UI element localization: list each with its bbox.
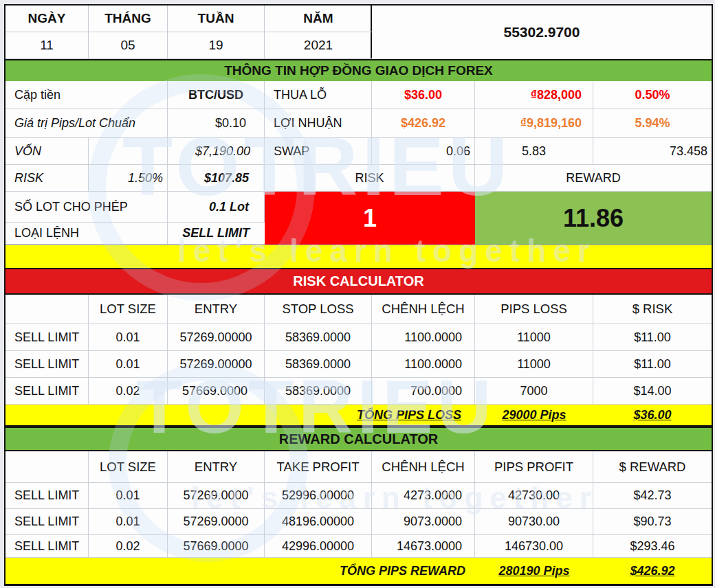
capital-value-cell[interactable]: $7,190.00 bbox=[168, 138, 265, 165]
risk-table-row: SELL LIMIT 0.02 57669.0000 58369.0000 70… bbox=[6, 378, 712, 405]
order-type-cell[interactable]: SELL LIMIT bbox=[6, 324, 89, 351]
total-pips-reward-cell[interactable]: 280190 Pips bbox=[475, 558, 593, 584]
risk-calculator-title: RISK CALCULATOR bbox=[6, 269, 712, 295]
day-header: NGÀY bbox=[6, 5, 89, 32]
entry-cell[interactable]: 57669.0000 bbox=[168, 535, 265, 558]
pair-value-cell[interactable]: BTC/USD bbox=[168, 81, 265, 109]
year-value-cell[interactable]: 2021 bbox=[265, 32, 372, 59]
order-type-cell[interactable]: SELL LIMIT bbox=[168, 223, 265, 245]
week-value-cell[interactable]: 19 bbox=[168, 32, 265, 59]
order-type-cell[interactable]: SELL LIMIT bbox=[6, 351, 89, 378]
dollar-reward-cell[interactable]: $42.73 bbox=[593, 483, 712, 509]
chenh-lech-cell[interactable]: 4273.0000 bbox=[372, 483, 475, 509]
order-type-cell[interactable]: SELL LIMIT bbox=[6, 509, 89, 535]
swap-value-2-cell[interactable]: 5.83 bbox=[475, 138, 593, 165]
entry-cell[interactable]: 57269.00000 bbox=[168, 324, 265, 351]
chenh-lech-cell[interactable]: 1100.0000 bbox=[372, 351, 475, 378]
profit-usd-cell[interactable]: $426.92 bbox=[372, 109, 475, 138]
take-profit-cell[interactable]: 48196.00000 bbox=[265, 509, 372, 535]
chenh-lech-cell[interactable]: 1100.0000 bbox=[372, 324, 475, 351]
header-dollar-risk: $ RISK bbox=[593, 295, 712, 324]
risk-table-header: LOT SIZE ENTRY STOP LOSS CHÊNH LỆCH PIPS… bbox=[6, 295, 712, 324]
total-reward-amount-cell[interactable]: $426.92 bbox=[593, 558, 712, 584]
stop-loss-cell[interactable]: 58369.0000 bbox=[265, 378, 372, 405]
lot-size-cell[interactable]: 0.01 bbox=[89, 324, 168, 351]
header-take-profit: TAKE PROFIT bbox=[265, 451, 372, 483]
month-value-cell[interactable]: 05 bbox=[89, 32, 168, 59]
lot-size-cell[interactable]: 0.01 bbox=[89, 483, 168, 509]
dollar-reward-cell[interactable]: $293.46 bbox=[593, 535, 712, 558]
reward-table-row: SELL LIMIT 0.01 57269.0000 48196.00000 9… bbox=[6, 509, 712, 535]
risk-table-row: SELL LIMIT 0.01 57269.00000 58369.0000 1… bbox=[6, 351, 712, 378]
total-pips-reward-label: TỔNG PIPS REWARD bbox=[6, 558, 475, 584]
dollar-risk-cell[interactable]: $11.00 bbox=[593, 351, 712, 378]
lot-allowed-cell[interactable]: 0.1 Lot bbox=[168, 192, 265, 223]
stop-loss-cell[interactable]: 58369.0000 bbox=[265, 351, 372, 378]
order-type-cell[interactable]: SELL LIMIT bbox=[6, 378, 89, 405]
month-header: THÁNG bbox=[89, 5, 168, 32]
pips-loss-cell[interactable]: 11000 bbox=[475, 324, 593, 351]
order-type-cell[interactable]: SELL LIMIT bbox=[6, 535, 89, 558]
pips-profit-cell[interactable]: 146730.00 bbox=[475, 535, 593, 558]
dollar-risk-cell[interactable]: $14.00 bbox=[593, 378, 712, 405]
day-value-cell[interactable]: 11 bbox=[6, 32, 89, 59]
total-pips-loss-label: TỔNG PIPS LOSS bbox=[6, 405, 475, 425]
lot-size-cell[interactable]: 0.01 bbox=[89, 509, 168, 535]
header-entry: ENTRY bbox=[168, 295, 265, 324]
pip-value-cell[interactable]: $0.10 bbox=[168, 109, 265, 138]
entry-cell[interactable]: 57669.0000 bbox=[168, 378, 265, 405]
pips-loss-cell[interactable]: 11000 bbox=[475, 351, 593, 378]
pips-profit-cell[interactable]: 42730.00 bbox=[475, 483, 593, 509]
lot-size-cell[interactable]: 0.01 bbox=[89, 351, 168, 378]
entry-cell[interactable]: 57269.00000 bbox=[168, 351, 265, 378]
header-chenh-lech: CHÊNH LỆCH bbox=[372, 295, 475, 324]
profit-label: LỢI NHUẬN bbox=[265, 109, 372, 138]
pips-loss-cell[interactable]: 7000 bbox=[475, 378, 593, 405]
loss-usd-cell[interactable]: $36.00 bbox=[372, 81, 475, 109]
loss-vnd-cell[interactable]: ₫828,000 bbox=[475, 81, 593, 109]
header-lot-size: LOT SIZE bbox=[89, 451, 168, 483]
loss-pct-cell[interactable]: 0.50% bbox=[593, 81, 712, 109]
header-stop-loss: STOP LOSS bbox=[265, 295, 372, 324]
risk-total-row: TỔNG PIPS LOSS 29000 Pips $36.00 bbox=[6, 405, 712, 427]
header-pips-profit: PIPS PROFIT bbox=[475, 451, 593, 483]
profit-pct-cell[interactable]: 5.94% bbox=[593, 109, 712, 138]
lot-size-cell[interactable]: 0.02 bbox=[89, 535, 168, 558]
risk-pct-cell[interactable]: 1.50% bbox=[89, 165, 168, 192]
year-header: NĂM bbox=[265, 5, 372, 32]
entry-cell[interactable]: 57269.0000 bbox=[168, 483, 265, 509]
contract-info-title: THÔNG TIN HỢP ĐỒNG GIAO DỊCH FOREX bbox=[6, 60, 712, 81]
take-profit-cell[interactable]: 42996.00000 bbox=[265, 535, 372, 558]
pips-profit-cell[interactable]: 90730.00 bbox=[475, 509, 593, 535]
dollar-reward-cell[interactable]: $90.73 bbox=[593, 509, 712, 535]
contract-info-table: Cặp tiền BTC/USD THUA LỖ $36.00 ₫828,000… bbox=[6, 81, 712, 245]
swap-value-3-cell[interactable]: 73.458 bbox=[593, 138, 712, 165]
reward-table-row: SELL LIMIT 0.02 57669.0000 42996.00000 1… bbox=[6, 535, 712, 558]
chenh-lech-cell[interactable]: 700.0000 bbox=[372, 378, 475, 405]
forex-risk-calculator-sheet: NGÀY THÁNG TUẦN NĂM 11 05 19 2021 55302.… bbox=[4, 4, 713, 586]
reward-ratio-box[interactable]: 11.86 bbox=[475, 192, 712, 245]
entry-cell[interactable]: 57269.0000 bbox=[168, 509, 265, 535]
stop-loss-cell[interactable]: 58369.0000 bbox=[265, 324, 372, 351]
order-type-cell[interactable]: SELL LIMIT bbox=[6, 483, 89, 509]
current-price-cell[interactable]: 55302.9700 bbox=[372, 5, 712, 60]
lot-size-cell[interactable]: 0.02 bbox=[89, 378, 168, 405]
week-header: TUẦN bbox=[168, 5, 265, 32]
take-profit-cell[interactable]: 52996.00000 bbox=[265, 483, 372, 509]
header-entry: ENTRY bbox=[168, 451, 265, 483]
risk-ratio-box[interactable]: 1 bbox=[265, 192, 475, 245]
total-risk-amount-cell[interactable]: $36.00 bbox=[593, 405, 712, 425]
chenh-lech-cell[interactable]: 9073.0000 bbox=[372, 509, 475, 535]
header-blank bbox=[6, 451, 89, 483]
chenh-lech-cell[interactable]: 14673.0000 bbox=[372, 535, 475, 558]
swap-value-1-cell[interactable]: 0.06 bbox=[372, 138, 475, 165]
date-table: NGÀY THÁNG TUẦN NĂM 11 05 19 2021 bbox=[6, 5, 372, 60]
risk-amount-cell[interactable]: $107.85 bbox=[168, 165, 265, 192]
total-pips-loss-cell[interactable]: 29000 Pips bbox=[475, 405, 593, 425]
reward-column-header: REWARD bbox=[475, 165, 712, 192]
profit-vnd-cell[interactable]: ₫9,819,160 bbox=[475, 109, 593, 138]
header-blank bbox=[6, 295, 89, 324]
pip-value-label: Giá trị Pips/Lot Chuẩn bbox=[6, 109, 168, 138]
dollar-risk-cell[interactable]: $11.00 bbox=[593, 324, 712, 351]
lot-allowed-label: SỐ LOT CHO PHÉP bbox=[6, 192, 168, 223]
